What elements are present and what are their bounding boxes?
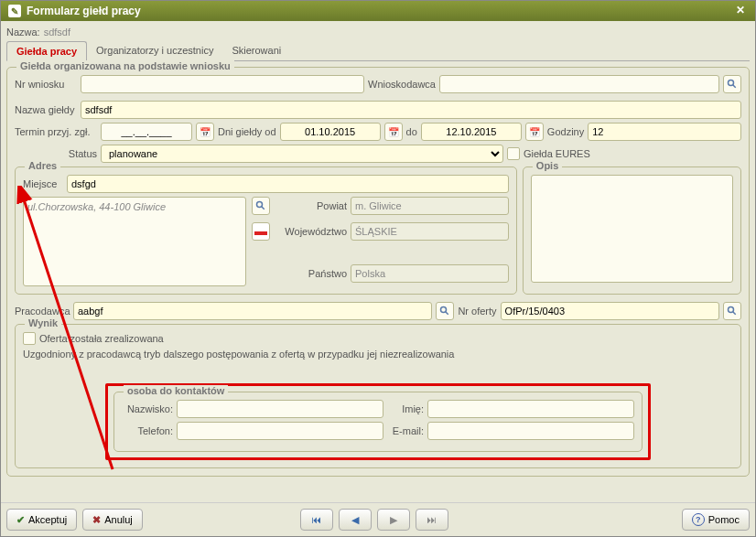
termin-label: Termin przyj. zgł. bbox=[15, 126, 97, 137]
eures-label: Giełda EURES bbox=[524, 148, 590, 159]
nr-oferty-input[interactable] bbox=[501, 302, 719, 320]
dni-od-calendar-icon[interactable]: 📅 bbox=[384, 123, 403, 141]
first-icon: ⏮ bbox=[311, 514, 321, 525]
anuluj-button[interactable]: ✖Anuluj bbox=[82, 509, 143, 531]
telefon-label: Telefon: bbox=[122, 425, 173, 436]
svg-line-1 bbox=[733, 85, 736, 88]
svg-line-7 bbox=[733, 312, 736, 315]
tryb-label: Uzgodniony z pracodawcą tryb dalszego po… bbox=[23, 349, 733, 360]
fieldset-wynik: Wynik Oferta została zrealizowana Uzgodn… bbox=[15, 324, 741, 468]
status-label: Status bbox=[15, 148, 97, 159]
miejsce-label: Miejsce bbox=[23, 178, 63, 189]
email-label: E-mail: bbox=[387, 425, 424, 436]
highlight-box: osoba do kontaktów Nazwisko: Imię: Telef… bbox=[105, 383, 651, 460]
pracodawca-lookup-icon[interactable] bbox=[436, 302, 454, 320]
nav-last-button[interactable]: ⏭ bbox=[416, 509, 448, 531]
realized-label: Oferta została zrealizowana bbox=[39, 333, 164, 344]
fieldset-gielda-podstawa: Giełda organizowana na podstawie wniosku… bbox=[6, 67, 750, 477]
nr-wniosku-label: Nr wniosku bbox=[15, 79, 77, 90]
svg-point-4 bbox=[441, 307, 447, 313]
wnioskodawca-label: Wnioskodawca bbox=[368, 79, 436, 90]
godziny-input[interactable] bbox=[588, 123, 741, 141]
address-text: ul.Chorzowska, 44-100 Gliwice bbox=[23, 197, 246, 286]
imie-label: Imię: bbox=[387, 403, 424, 414]
wnioskodawca-lookup-icon[interactable] bbox=[723, 75, 741, 93]
pomoc-button[interactable]: ?Pomoc bbox=[682, 509, 750, 531]
panstwo-input bbox=[351, 264, 509, 283]
next-icon: ▶ bbox=[390, 514, 397, 526]
miejsce-input[interactable] bbox=[67, 175, 509, 193]
woj-label: Województwo bbox=[274, 226, 347, 237]
pracodawca-input[interactable] bbox=[73, 302, 432, 320]
nazwisko-label: Nazwisko: bbox=[122, 403, 173, 414]
tab-organizatorzy[interactable]: Organizatorzy i uczestnicy bbox=[87, 41, 222, 60]
svg-line-3 bbox=[262, 207, 265, 209]
dni-od-input[interactable] bbox=[280, 123, 381, 141]
prev-icon: ◀ bbox=[351, 514, 359, 526]
do-label: do bbox=[406, 126, 417, 137]
titlebar: ✎ Formularz giełd pracy ✕ bbox=[1, 1, 755, 21]
nr-oferty-lookup-icon[interactable] bbox=[723, 302, 741, 320]
nav-prev-button[interactable]: ◀ bbox=[339, 509, 372, 531]
close-icon[interactable]: ✕ bbox=[733, 4, 748, 18]
nav-first-button[interactable]: ⏮ bbox=[300, 509, 333, 531]
fieldset-kontakt: osoba do kontaktów Nazwisko: Imię: Telef… bbox=[113, 392, 643, 452]
svg-point-0 bbox=[729, 81, 734, 86]
help-icon: ? bbox=[692, 513, 705, 526]
kontakt-title: osoba do kontaktów bbox=[124, 385, 228, 396]
akceptuj-button[interactable]: ✔Akceptuj bbox=[6, 509, 77, 531]
imie-input[interactable] bbox=[427, 400, 634, 418]
eures-checkbox[interactable] bbox=[507, 147, 520, 160]
nr-wniosku-input[interactable] bbox=[81, 75, 364, 93]
panstwo-label: Państwo bbox=[274, 268, 347, 279]
realized-checkbox[interactable] bbox=[23, 332, 36, 345]
woj-input bbox=[351, 222, 509, 241]
svg-line-5 bbox=[446, 312, 448, 315]
opis-textarea[interactable] bbox=[531, 175, 733, 283]
telefon-input[interactable] bbox=[177, 422, 383, 440]
svg-point-2 bbox=[257, 202, 263, 208]
powiat-label: Powiat bbox=[274, 200, 347, 211]
flag-icon[interactable] bbox=[252, 222, 270, 241]
check-icon: ✔ bbox=[16, 514, 25, 526]
adres-title: Adres bbox=[25, 160, 60, 171]
nazwa-value: sdfsdf bbox=[44, 27, 70, 38]
dni-od-label: Dni giełdy od bbox=[218, 126, 276, 137]
powiat-input bbox=[351, 197, 509, 215]
nazwisko-input[interactable] bbox=[177, 400, 383, 418]
pracodawca-label: Pracodawca bbox=[15, 306, 70, 317]
termin-calendar-icon[interactable]: 📅 bbox=[196, 123, 214, 141]
nazwa-label: Nazwa: bbox=[6, 27, 40, 38]
nr-oferty-label: Nr oferty bbox=[458, 306, 496, 317]
window-title: Formularz giełd pracy bbox=[27, 5, 141, 17]
do-input[interactable] bbox=[421, 123, 522, 141]
footer: ✔Akceptuj ✖Anuluj ⏮ ◀ ▶ ⏭ ?Pomoc bbox=[1, 502, 755, 536]
godziny-label: Godziny bbox=[547, 126, 584, 137]
addr-lookup-icon[interactable] bbox=[252, 197, 270, 215]
do-calendar-icon[interactable]: 📅 bbox=[525, 123, 544, 141]
cancel-icon: ✖ bbox=[92, 514, 101, 526]
wynik-title: Wynik bbox=[25, 317, 61, 328]
nav-next-button[interactable]: ▶ bbox=[377, 509, 410, 531]
app-icon: ✎ bbox=[8, 5, 21, 17]
nazwa-gieldy-label: Nazwa giełdy bbox=[15, 104, 77, 115]
termin-input[interactable] bbox=[101, 123, 192, 141]
fieldset-adres: Adres Miejsce ul.Chorzowska, 44-100 Gliw… bbox=[15, 166, 517, 295]
wnioskodawca-input[interactable] bbox=[439, 75, 719, 93]
fieldset-opis: Opis bbox=[523, 166, 741, 295]
email-input[interactable] bbox=[427, 422, 634, 440]
tab-skierowani[interactable]: Skierowani bbox=[222, 41, 290, 60]
svg-point-6 bbox=[729, 307, 734, 313]
fieldset-title: Giełda organizowana na podstawie wniosku bbox=[16, 60, 234, 71]
tab-gielda-pracy[interactable]: Giełda pracy bbox=[6, 41, 87, 61]
tab-bar: Giełda pracy Organizatorzy i uczestnicy … bbox=[6, 41, 750, 61]
opis-title: Opis bbox=[533, 160, 562, 171]
last-icon: ⏭ bbox=[427, 514, 437, 525]
status-select[interactable]: planowane bbox=[101, 145, 503, 163]
nazwa-gieldy-input[interactable] bbox=[81, 101, 741, 119]
